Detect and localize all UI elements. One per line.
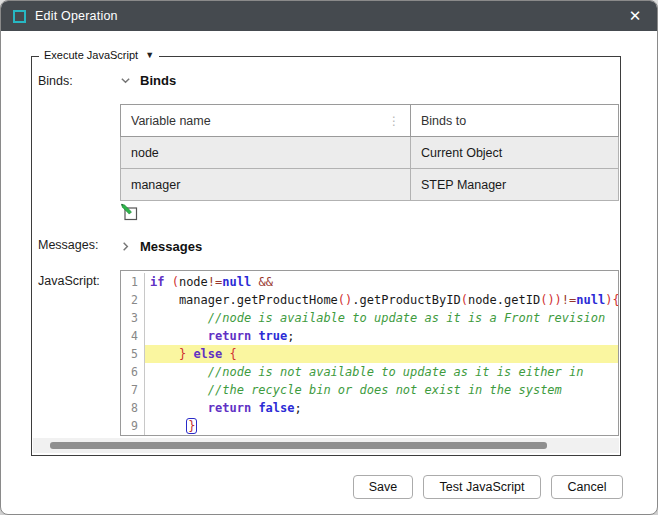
code-line: 8 return false;: [121, 399, 618, 417]
messages-row-label: Messages:: [38, 238, 98, 252]
line-number: 9: [121, 417, 145, 435]
window-title: Edit Operation: [35, 9, 118, 23]
titlebar: Edit Operation ✕: [1, 1, 657, 31]
code-line: 1if (node!=null &&: [121, 273, 618, 291]
operation-groupbox: Execute JavaScript ▼ Binds: Binds Variab…: [31, 56, 621, 456]
cancel-button[interactable]: Cancel: [551, 475, 623, 499]
code-line: 5 } else {: [121, 345, 618, 363]
operation-type-dropdown[interactable]: Execute JavaScript ▼: [39, 49, 159, 61]
edit-operation-dialog: Edit Operation ✕ Execute JavaScript ▼ Bi…: [0, 0, 658, 515]
messages-section-title: Messages: [140, 239, 202, 254]
column-header-variable-name[interactable]: Variable name ⋮: [121, 105, 411, 137]
binds-section-toggle[interactable]: Binds: [120, 73, 176, 88]
code-line: 2 manager.getProductHome().getProductByI…: [121, 291, 618, 309]
line-number: 2: [121, 291, 145, 309]
cell-variable-name[interactable]: node: [121, 137, 411, 169]
line-number: 6: [121, 363, 145, 381]
messages-section-toggle[interactable]: Messages: [120, 239, 202, 254]
line-number: 3: [121, 309, 145, 327]
code-line: 3 //node is available to update as it is…: [121, 309, 618, 327]
column-header-label: Variable name: [131, 114, 211, 128]
line-number: 8: [121, 399, 145, 417]
binds-table: Variable name ⋮ Binds to node Current Ob…: [120, 104, 619, 201]
close-button[interactable]: ✕: [613, 1, 657, 31]
footer-button-bar: Save Test JavaScript Cancel: [1, 475, 623, 499]
code-line: 7 //the recycle bin or does not exist in…: [121, 381, 618, 399]
chevron-right-icon: [120, 241, 131, 252]
cell-variable-name[interactable]: manager: [121, 169, 411, 201]
javascript-row-label: JavaScript:: [38, 274, 100, 288]
javascript-code-editor[interactable]: 1if (node!=null &&2 manager.getProductHo…: [120, 270, 619, 436]
column-options-icon[interactable]: ⋮: [388, 114, 400, 128]
table-row[interactable]: node Current Object: [121, 137, 619, 169]
line-number: 1: [121, 273, 145, 291]
app-icon: [13, 10, 26, 23]
binds-table-header-row: Variable name ⋮ Binds to: [121, 105, 619, 137]
binds-row-label: Binds:: [38, 74, 73, 88]
cell-binds-to[interactable]: Current Object: [411, 137, 619, 169]
edit-binds-icon[interactable]: [120, 203, 138, 221]
line-number: 5: [121, 345, 145, 363]
column-header-binds-to[interactable]: Binds to: [411, 105, 619, 137]
chevron-down-icon: [120, 75, 131, 86]
line-number: 7: [121, 381, 145, 399]
column-header-label: Binds to: [421, 114, 466, 128]
cell-binds-to[interactable]: STEP Manager: [411, 169, 619, 201]
code-line: 9 }: [121, 417, 618, 435]
code-line: 6 //node is not available to update as i…: [121, 363, 618, 381]
chevron-down-icon: ▼: [145, 50, 154, 60]
scrollbar-thumb[interactable]: [50, 442, 547, 449]
code-line: 4 return true;: [121, 327, 618, 345]
save-button[interactable]: Save: [353, 475, 413, 499]
horizontal-scrollbar[interactable]: [33, 438, 619, 453]
binds-section-title: Binds: [140, 73, 176, 88]
line-number: 4: [121, 327, 145, 345]
operation-type-label: Execute JavaScript: [44, 49, 138, 61]
test-javascript-button[interactable]: Test JavaScript: [423, 475, 541, 499]
table-row[interactable]: manager STEP Manager: [121, 169, 619, 201]
